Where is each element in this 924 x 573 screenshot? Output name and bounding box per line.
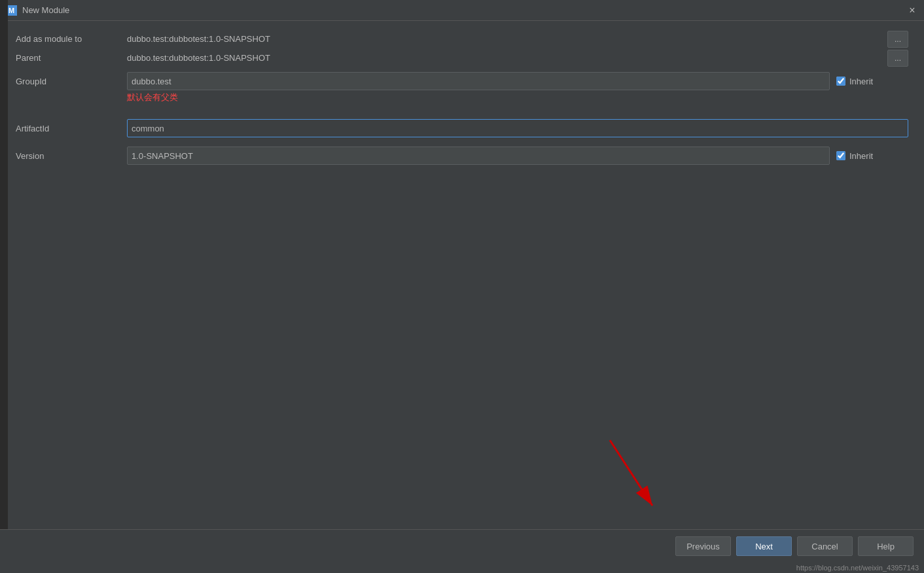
button-row: Previous Next Cancel Help [0, 530, 924, 563]
groupid-inherit-checkbox[interactable] [836, 77, 845, 86]
version-input[interactable] [127, 147, 830, 165]
svg-line-3 [610, 440, 652, 506]
groupid-input[interactable] [127, 72, 830, 90]
dialog-title: New Module [22, 5, 69, 15]
next-button[interactable]: Next [736, 536, 792, 556]
artifactid-label: ArtifactId [16, 124, 127, 133]
form-content: Add as module to dubbo.test:dubbotest:1.… [0, 21, 924, 187]
version-label: Version [16, 151, 127, 161]
cancel-button[interactable]: Cancel [797, 536, 853, 556]
groupid-row: GroupId Inherit 默认会有父类 [16, 72, 908, 103]
groupid-label: GroupId [16, 77, 127, 86]
groupid-inherit-group: Inherit [836, 77, 873, 86]
app-icon: M [7, 5, 17, 16]
bottom-bar: Previous Next Cancel Help https://blog.c… [0, 529, 924, 573]
add-as-module-label: Add as module to [16, 34, 127, 44]
title-bar-left: M New Module [7, 5, 69, 16]
add-as-module-value: dubbo.test:dubbotest:1.0-SNAPSHOT [127, 34, 908, 44]
add-as-module-ellipsis-button[interactable]: ... [887, 31, 908, 48]
dialog: M New Module × Add as module to dubbo.te… [0, 0, 924, 573]
artifactid-input[interactable] [127, 119, 908, 137]
groupid-inherit-label: Inherit [849, 77, 873, 86]
add-as-module-row: Add as module to dubbo.test:dubbotest:1.… [16, 34, 908, 44]
parent-ellipsis-button[interactable]: ... [887, 50, 908, 67]
version-inherit-group: Inherit [836, 151, 873, 161]
svg-text:M: M [9, 7, 14, 14]
help-button[interactable]: Help [858, 536, 914, 556]
parent-value: dubbo.test:dubbotest:1.0-SNAPSHOT [127, 53, 908, 63]
parent-label: Parent [16, 53, 127, 63]
version-row: Version Inherit [16, 147, 908, 165]
version-inherit-checkbox[interactable] [836, 151, 845, 160]
artifactid-row: ArtifactId [16, 119, 908, 137]
parent-value-group: dubbo.test:dubbotest:1.0-SNAPSHOT [127, 53, 908, 63]
previous-button[interactable]: Previous [675, 536, 731, 556]
arrow-annotation [597, 434, 675, 521]
close-button[interactable]: × [906, 4, 919, 17]
footer-url: https://blog.csdn.net/weixin_43957143 [0, 563, 924, 573]
parent-row: Parent dubbo.test:dubbotest:1.0-SNAPSHOT… [16, 53, 908, 63]
add-as-module-value-group: dubbo.test:dubbotest:1.0-SNAPSHOT [127, 34, 908, 44]
title-bar: M New Module × [0, 0, 924, 21]
groupid-annotation: 默认会有父类 [127, 92, 178, 102]
version-inherit-label: Inherit [849, 151, 873, 161]
sidebar-hint [0, 0, 8, 573]
